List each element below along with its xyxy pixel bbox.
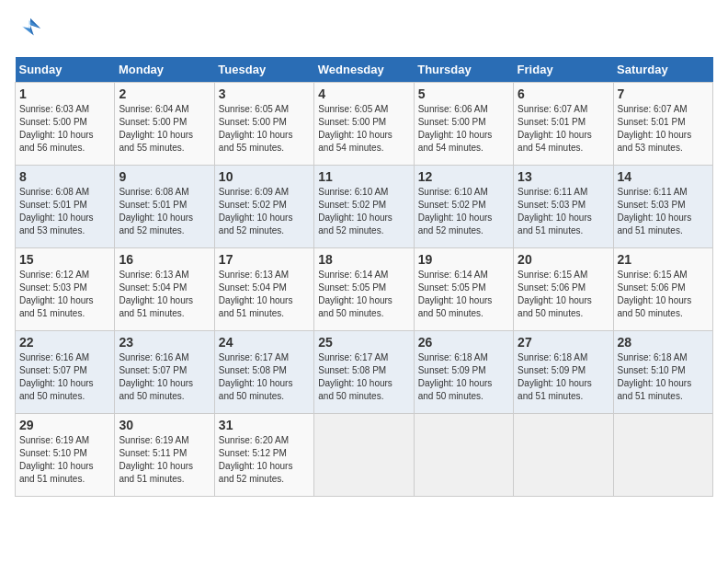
day-info: Sunrise: 6:13 AM Sunset: 5:04 PM Dayligh…	[219, 269, 310, 320]
calendar-cell: 17 Sunrise: 6:13 AM Sunset: 5:04 PM Dayl…	[214, 248, 313, 331]
day-number: 20	[518, 252, 609, 267]
calendar-cell: 31 Sunrise: 6:20 AM Sunset: 5:12 PM Dayl…	[214, 414, 313, 497]
day-info: Sunrise: 6:07 AM Sunset: 5:01 PM Dayligh…	[618, 103, 709, 155]
day-info: Sunrise: 6:05 AM Sunset: 5:00 PM Dayligh…	[219, 103, 310, 155]
day-info: Sunrise: 6:10 AM Sunset: 5:02 PM Dayligh…	[418, 186, 509, 237]
day-number: 29	[19, 418, 110, 432]
calendar-cell: 6 Sunrise: 6:07 AM Sunset: 5:01 PM Dayli…	[514, 83, 613, 166]
day-number: 4	[318, 86, 409, 101]
day-info: Sunrise: 6:18 AM Sunset: 5:09 PM Dayligh…	[518, 351, 609, 403]
day-info: Sunrise: 6:11 AM Sunset: 5:03 PM Dayligh…	[618, 186, 709, 237]
day-number: 1	[19, 86, 110, 101]
calendar-cell: 25 Sunrise: 6:17 AM Sunset: 5:08 PM Dayl…	[314, 331, 414, 414]
day-number: 25	[318, 335, 409, 350]
calendar-cell: 20 Sunrise: 6:15 AM Sunset: 5:06 PM Dayl…	[514, 248, 613, 331]
day-number: 17	[219, 252, 310, 267]
day-number: 8	[19, 169, 110, 184]
weekday-header: Wednesday	[314, 57, 414, 83]
calendar-cell	[514, 414, 613, 497]
calendar-cell: 15 Sunrise: 6:12 AM Sunset: 5:03 PM Dayl…	[16, 248, 115, 331]
day-info: Sunrise: 6:07 AM Sunset: 5:01 PM Dayligh…	[518, 103, 609, 155]
calendar-cell: 12 Sunrise: 6:10 AM Sunset: 5:02 PM Dayl…	[414, 166, 513, 248]
day-info: Sunrise: 6:08 AM Sunset: 5:01 PM Dayligh…	[19, 186, 110, 237]
day-info: Sunrise: 6:17 AM Sunset: 5:08 PM Dayligh…	[318, 351, 409, 403]
day-number: 21	[618, 252, 709, 267]
calendar-cell: 10 Sunrise: 6:09 AM Sunset: 5:02 PM Dayl…	[214, 166, 313, 248]
calendar-row: 22 Sunrise: 6:16 AM Sunset: 5:07 PM Dayl…	[16, 331, 713, 414]
calendar-cell	[414, 414, 513, 497]
day-info: Sunrise: 6:08 AM Sunset: 5:01 PM Dayligh…	[119, 186, 210, 237]
day-info: Sunrise: 6:19 AM Sunset: 5:10 PM Dayligh…	[19, 434, 110, 486]
calendar-cell: 1 Sunrise: 6:03 AM Sunset: 5:00 PM Dayli…	[16, 83, 115, 166]
logo-icon	[17, 15, 44, 42]
day-number: 27	[518, 335, 609, 350]
day-info: Sunrise: 6:14 AM Sunset: 5:05 PM Dayligh…	[418, 269, 509, 320]
day-info: Sunrise: 6:18 AM Sunset: 5:10 PM Dayligh…	[618, 351, 709, 403]
weekday-header: Sunday	[16, 57, 115, 83]
calendar-cell: 29 Sunrise: 6:19 AM Sunset: 5:10 PM Dayl…	[16, 414, 115, 497]
calendar-cell: 23 Sunrise: 6:16 AM Sunset: 5:07 PM Dayl…	[115, 331, 214, 414]
day-info: Sunrise: 6:12 AM Sunset: 5:03 PM Dayligh…	[19, 269, 110, 320]
day-number: 18	[318, 252, 409, 267]
calendar-cell: 8 Sunrise: 6:08 AM Sunset: 5:01 PM Dayli…	[16, 166, 115, 248]
day-number: 7	[618, 86, 709, 101]
day-info: Sunrise: 6:14 AM Sunset: 5:05 PM Dayligh…	[318, 269, 409, 320]
calendar-cell: 16 Sunrise: 6:13 AM Sunset: 5:04 PM Dayl…	[115, 248, 214, 331]
calendar-row: 29 Sunrise: 6:19 AM Sunset: 5:10 PM Dayl…	[16, 414, 713, 497]
day-info: Sunrise: 6:05 AM Sunset: 5:00 PM Dayligh…	[318, 103, 409, 155]
day-number: 30	[119, 418, 210, 432]
header-row: SundayMondayTuesdayWednesdayThursdayFrid…	[16, 57, 713, 83]
calendar-row: 15 Sunrise: 6:12 AM Sunset: 5:03 PM Dayl…	[16, 248, 713, 331]
day-info: Sunrise: 6:19 AM Sunset: 5:11 PM Dayligh…	[119, 434, 210, 486]
day-number: 26	[418, 335, 509, 350]
day-number: 24	[219, 335, 310, 350]
day-number: 19	[418, 252, 509, 267]
calendar-cell: 28 Sunrise: 6:18 AM Sunset: 5:10 PM Dayl…	[613, 331, 712, 414]
day-info: Sunrise: 6:18 AM Sunset: 5:09 PM Dayligh…	[418, 351, 509, 403]
calendar-cell: 9 Sunrise: 6:08 AM Sunset: 5:01 PM Dayli…	[115, 166, 214, 248]
weekday-header: Tuesday	[214, 57, 313, 83]
calendar-cell: 14 Sunrise: 6:11 AM Sunset: 5:03 PM Dayl…	[613, 166, 712, 248]
day-number: 14	[618, 169, 709, 184]
calendar-cell: 24 Sunrise: 6:17 AM Sunset: 5:08 PM Dayl…	[214, 331, 313, 414]
day-info: Sunrise: 6:09 AM Sunset: 5:02 PM Dayligh…	[219, 186, 310, 237]
calendar-cell: 27 Sunrise: 6:18 AM Sunset: 5:09 PM Dayl…	[514, 331, 613, 414]
calendar-cell: 30 Sunrise: 6:19 AM Sunset: 5:11 PM Dayl…	[115, 414, 214, 497]
day-number: 23	[119, 335, 210, 350]
day-info: Sunrise: 6:03 AM Sunset: 5:00 PM Dayligh…	[19, 103, 110, 155]
day-number: 6	[518, 86, 609, 101]
calendar-cell: 11 Sunrise: 6:10 AM Sunset: 5:02 PM Dayl…	[314, 166, 414, 248]
day-info: Sunrise: 6:06 AM Sunset: 5:00 PM Dayligh…	[418, 103, 509, 155]
calendar-cell	[314, 414, 414, 497]
calendar-row: 1 Sunrise: 6:03 AM Sunset: 5:00 PM Dayli…	[16, 83, 713, 166]
calendar-body: 1 Sunrise: 6:03 AM Sunset: 5:00 PM Dayli…	[16, 83, 713, 497]
day-number: 2	[119, 86, 210, 101]
day-info: Sunrise: 6:16 AM Sunset: 5:07 PM Dayligh…	[19, 351, 110, 403]
day-number: 9	[119, 169, 210, 184]
calendar-cell: 21 Sunrise: 6:15 AM Sunset: 5:06 PM Dayl…	[613, 248, 712, 331]
weekday-header: Monday	[115, 57, 214, 83]
day-number: 3	[219, 86, 310, 101]
calendar-cell: 18 Sunrise: 6:14 AM Sunset: 5:05 PM Dayl…	[314, 248, 414, 331]
day-number: 15	[19, 252, 110, 267]
day-number: 16	[119, 252, 210, 267]
day-info: Sunrise: 6:20 AM Sunset: 5:12 PM Dayligh…	[219, 434, 310, 486]
day-number: 11	[318, 169, 409, 184]
day-info: Sunrise: 6:04 AM Sunset: 5:00 PM Dayligh…	[119, 103, 210, 155]
day-info: Sunrise: 6:13 AM Sunset: 5:04 PM Dayligh…	[119, 269, 210, 320]
calendar-cell	[613, 414, 712, 497]
day-number: 28	[618, 335, 709, 350]
day-info: Sunrise: 6:10 AM Sunset: 5:02 PM Dayligh…	[318, 186, 409, 237]
calendar-cell: 3 Sunrise: 6:05 AM Sunset: 5:00 PM Dayli…	[214, 83, 313, 166]
day-info: Sunrise: 6:11 AM Sunset: 5:03 PM Dayligh…	[518, 186, 609, 237]
calendar-cell: 13 Sunrise: 6:11 AM Sunset: 5:03 PM Dayl…	[514, 166, 613, 248]
day-number: 5	[418, 86, 509, 101]
calendar-row: 8 Sunrise: 6:08 AM Sunset: 5:01 PM Dayli…	[16, 166, 713, 248]
day-info: Sunrise: 6:17 AM Sunset: 5:08 PM Dayligh…	[219, 351, 310, 403]
page-header	[15, 15, 713, 46]
day-info: Sunrise: 6:16 AM Sunset: 5:07 PM Dayligh…	[119, 351, 210, 403]
calendar-cell: 7 Sunrise: 6:07 AM Sunset: 5:01 PM Dayli…	[613, 83, 712, 166]
day-info: Sunrise: 6:15 AM Sunset: 5:06 PM Dayligh…	[618, 269, 709, 320]
weekday-header: Thursday	[414, 57, 513, 83]
day-number: 22	[19, 335, 110, 350]
